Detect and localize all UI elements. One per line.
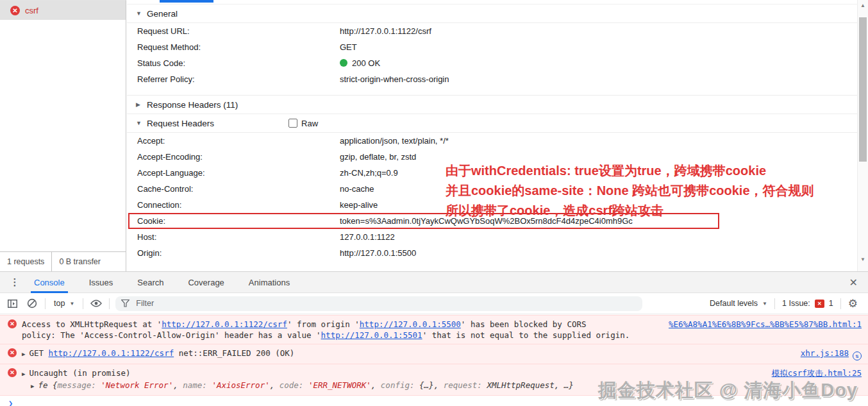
request-error-icon: ✕ xyxy=(10,6,20,15)
preview-key: code: xyxy=(280,380,308,390)
tab-console[interactable]: Console xyxy=(26,272,72,293)
requests-count: 1 requests xyxy=(0,252,51,271)
issues-counter[interactable]: 1 Issue: ✕ 1 xyxy=(782,299,833,308)
section-divider xyxy=(127,87,857,96)
expand-caret-icon[interactable]: ▶ xyxy=(22,351,25,357)
toolbar-divider xyxy=(774,298,775,309)
close-drawer-icon[interactable]: ✕ xyxy=(849,276,858,289)
preview-value: {…} xyxy=(419,380,434,390)
expand-caret-icon[interactable]: ▶ xyxy=(22,371,25,377)
header-label: Cookie: xyxy=(137,216,340,226)
console-sidebar-toggle-icon[interactable] xyxy=(5,296,19,310)
error-text: policy: The 'Access-Control-Allow-Origin… xyxy=(22,330,862,341)
header-label: Accept-Language: xyxy=(137,167,340,178)
source-link[interactable]: xhr.js:188 xyxy=(801,348,849,358)
chevron-down-icon: ▼ xyxy=(762,301,767,307)
source-link[interactable]: 模拟csrf攻击.html:25 xyxy=(772,368,862,378)
raw-label: Raw xyxy=(301,119,318,128)
preview-value: XMLHttpRequest xyxy=(487,380,554,390)
header-label: Cache-Control: xyxy=(137,183,340,194)
network-request-row-csrf[interactable]: ✕ csrf xyxy=(0,1,126,20)
console-filter[interactable] xyxy=(115,296,642,311)
tab-issues[interactable]: Issues xyxy=(81,272,121,293)
issue-badge-icon: ✕ xyxy=(815,300,824,308)
raw-checkbox[interactable] xyxy=(288,119,297,128)
tab-issues-label: Issues xyxy=(89,278,113,287)
clear-console-icon[interactable] xyxy=(25,296,39,310)
scrollbar-thumb[interactable] xyxy=(859,17,867,162)
live-expression-eye-icon[interactable] xyxy=(89,296,103,310)
tab-search-label: Search xyxy=(137,278,163,287)
header-value: 127.0.0.1:1122 xyxy=(340,232,857,242)
network-scrollbar[interactable]: ▲ ▼ xyxy=(857,0,868,271)
header-value: strict-origin-when-cross-origin xyxy=(340,74,857,85)
header-value: application/json, text/plain, */* xyxy=(340,135,857,146)
network-tabbar-remnant xyxy=(127,0,857,4)
headers-detail-pane: ▼ General Request URL: http://127.0.0.1:… xyxy=(127,0,857,271)
general-row: Status Code: 200 OK xyxy=(127,55,857,71)
header-label: Status Code: xyxy=(137,58,340,69)
log-levels-label: Default levels xyxy=(710,299,758,308)
status-code-text: 200 OK xyxy=(352,58,380,68)
url-link[interactable]: http://127.0.0.1:1122/csrf xyxy=(162,319,287,329)
gear-icon[interactable]: ⚙ xyxy=(848,297,858,310)
issues-label: 1 Issue: xyxy=(782,299,810,308)
request-headers-title: Request Headers xyxy=(147,119,214,128)
response-headers-section-header[interactable]: ▶ Response Headers (11) xyxy=(127,96,857,114)
toolbar-divider xyxy=(109,298,110,309)
error-text-part: ' has been blocked by CORS xyxy=(461,319,587,329)
toolbar-right-group: Default levels ▼ 1 Issue: ✕ 1 ⚙ xyxy=(710,297,863,310)
context-selector[interactable]: top ▼ xyxy=(51,299,77,308)
tab-console-label: Console xyxy=(34,278,65,287)
initiator-chain-icon[interactable]: ⇅ xyxy=(853,351,862,360)
status-ok-icon xyxy=(340,59,347,67)
console-error-get: ✕ ▶GET http://127.0.0.1:1122/csrf net::E… xyxy=(0,344,868,364)
error-text: Access to XMLHttpRequest at 'http://127.… xyxy=(22,319,660,330)
tab-coverage[interactable]: Coverage xyxy=(180,272,231,293)
scroll-up-icon[interactable]: ▲ xyxy=(858,3,868,8)
header-label: Accept-Encoding: xyxy=(137,151,340,162)
header-label: Request URL: xyxy=(137,26,340,37)
error-icon: ✕ xyxy=(8,319,17,328)
transfer-size: 0 B transfer xyxy=(51,252,108,271)
url-link[interactable]: http://127.0.0.1:1122/csrf xyxy=(49,348,174,358)
console-messages: ✕ Access to XMLHttpRequest at 'http://12… xyxy=(0,315,868,406)
header-label: Accept: xyxy=(137,135,340,146)
scroll-down-icon[interactable]: ▼ xyxy=(858,257,868,262)
tab-coverage-label: Coverage xyxy=(188,278,224,287)
object-constructor: fe xyxy=(38,380,47,390)
request-headers-section-header[interactable]: ▼ Request Headers Raw xyxy=(127,114,857,133)
collapse-arrow-icon: ▼ xyxy=(136,10,142,17)
response-headers-title: Response Headers (11) xyxy=(147,100,238,110)
issues-count: 1 xyxy=(829,299,833,308)
annotation-note: 由于withCredentials: true设置为true，跨域携带cooki… xyxy=(446,161,814,221)
toolbar-divider xyxy=(83,298,83,309)
general-row: Referrer Policy: strict-origin-when-cros… xyxy=(127,71,857,87)
header-value: http://127.0.0.1:1122/csrf xyxy=(340,26,857,37)
general-section-title: General xyxy=(147,9,178,19)
raw-toggle[interactable]: Raw xyxy=(288,119,318,128)
expand-caret-icon[interactable]: ▶ xyxy=(31,383,34,389)
log-levels-dropdown[interactable]: Default levels ▼ xyxy=(710,299,767,308)
preview-token: { xyxy=(47,380,57,390)
source-link[interactable]: %E6%A8%A1%E6%8B%9Fcs…%BB%E5%87%BB.html:1 xyxy=(669,319,862,329)
preview-token: , xyxy=(434,380,444,390)
request-header-row: Accept: application/json, text/plain, */… xyxy=(127,133,857,149)
tab-animations[interactable]: Animations xyxy=(241,272,297,293)
console-error-cors: ✕ Access to XMLHttpRequest at 'http://12… xyxy=(0,315,868,344)
url-link[interactable]: http://127.0.0.1:5500 xyxy=(360,319,461,329)
context-label: top xyxy=(54,299,65,308)
general-section-header[interactable]: ▼ General xyxy=(127,4,857,23)
preview-token: , xyxy=(555,380,564,390)
error-text-part: Uncaught (in promise) xyxy=(29,368,130,378)
console-toolbar: top ▼ Default levels ▼ 1 Issue: ✕ 1 ⚙ xyxy=(0,293,868,314)
preview-value: 'ERR_NETWORK' xyxy=(308,380,371,390)
filter-input[interactable] xyxy=(135,298,637,309)
more-tools-icon[interactable]: ⋮ xyxy=(8,276,22,288)
network-request-list: ✕ csrf 1 requests 0 B transfer xyxy=(0,0,126,271)
header-value: GET xyxy=(340,42,857,53)
url-link[interactable]: http://127.0.0.1:5501 xyxy=(321,330,422,340)
tab-search[interactable]: Search xyxy=(129,272,171,293)
preview-token: , xyxy=(371,380,381,390)
preview-token: , xyxy=(270,380,280,390)
